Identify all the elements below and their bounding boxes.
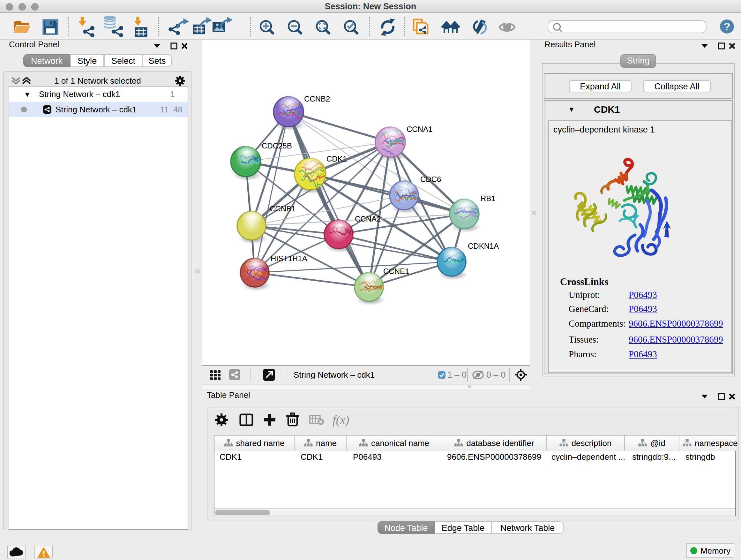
svg-text:String Network – cdk1: String Network – cdk1: [293, 370, 375, 380]
svg-text:CCNA1: CCNA1: [407, 125, 432, 133]
svg-text:f(x): f(x): [333, 413, 349, 427]
svg-text:CCNB1: CCNB1: [270, 204, 295, 213]
svg-text:0 – 0: 0 – 0: [486, 370, 506, 380]
svg-text:CDC25B: CDC25B: [262, 141, 292, 150]
svg-text:HIST1H1A: HIST1H1A: [271, 254, 307, 263]
svg-text:CDC6: CDC6: [420, 175, 441, 184]
svg-text:RB1: RB1: [481, 194, 495, 203]
svg-text:1 – 0: 1 – 0: [448, 370, 467, 380]
svg-text:CCNE1: CCNE1: [383, 267, 409, 275]
svg-text:CCNB2: CCNB2: [304, 95, 330, 103]
svg-text:CDK1: CDK1: [327, 154, 347, 163]
svg-text:CDKN1A: CDKN1A: [468, 242, 499, 250]
svg-text:CCNA2: CCNA2: [355, 214, 381, 223]
